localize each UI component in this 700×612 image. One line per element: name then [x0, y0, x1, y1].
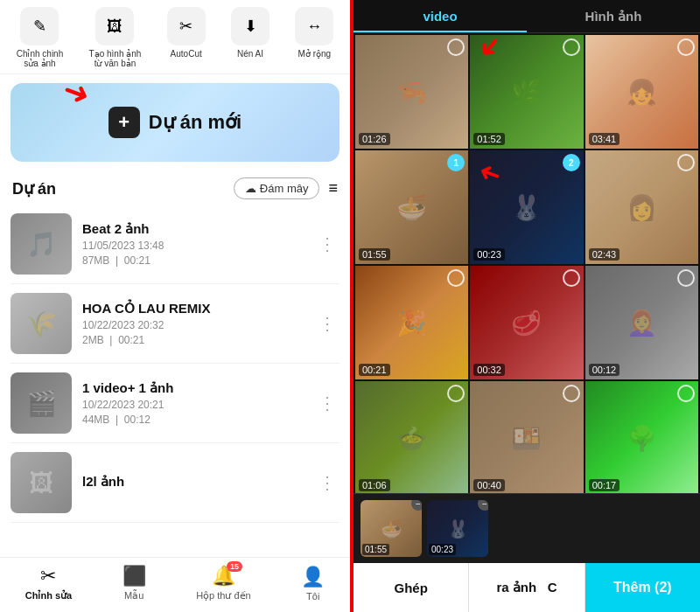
video-grid: 🦐 01:26 🌿 01:52 ➜ 👧 03:41 🍜 01:55 1 🐰 00…	[354, 33, 700, 493]
project-meta: 2MB | 00:21	[82, 334, 304, 346]
tab-video[interactable]: video	[354, 0, 527, 32]
tool-ai-compress-label: Nén AI	[237, 49, 263, 59]
project-date: 11/05/2023 13:48	[82, 240, 304, 252]
project-info: HOA CỎ LAU REMIX 10/22/2023 20:32 2MB | …	[82, 301, 304, 346]
tab-image[interactable]: Hình ảnh	[527, 0, 700, 32]
project-info: l2l ảnh	[82, 474, 304, 492]
tool-ai-compress[interactable]: ⬇ Nén AI	[231, 7, 270, 68]
tool-expand[interactable]: ↔ Mở rộng	[295, 7, 333, 68]
video-select-3[interactable]	[677, 38, 695, 56]
video-select-5[interactable]: 2	[563, 154, 580, 171]
tool-edit[interactable]: ✎ Chỉnh chinhsửa ảnh	[17, 7, 64, 68]
video-cell-12[interactable]: 🌳 00:17	[585, 381, 698, 493]
tool-text-to-image-label: Tạo hình ảnhtừ văn bản	[89, 49, 142, 68]
arrow-indicator: ➜	[58, 71, 95, 115]
tab-bar: video Hình ảnh	[354, 0, 700, 33]
video-select-8[interactable]	[563, 269, 580, 287]
project-item[interactable]: 🎵 Beat 2 ảnh 11/05/2023 13:48 87MB | 00:…	[10, 205, 340, 284]
selected-strip: 🍜 01:55 − 🐰 00:23 −	[354, 493, 700, 563]
video-cell-2[interactable]: 🌿 01:52 ➜	[470, 35, 583, 149]
projects-header: Dự án ☁ Đám mây ≡	[0, 170, 350, 205]
video-duration-4: 01:55	[359, 248, 390, 261]
project-thumb: 🌾	[10, 293, 72, 354]
video-duration-6: 02:43	[589, 248, 620, 261]
text-to-image-icon: 🖼	[95, 7, 134, 45]
video-cell-5[interactable]: 🐰 00:23 2 ➜	[470, 150, 583, 264]
project-thumb: 🎬	[10, 372, 72, 434]
video-cell-6[interactable]: 👩 02:43	[585, 150, 698, 264]
nav-item-template[interactable]: ⬛ Mẫu	[122, 565, 146, 602]
video-select-11[interactable]	[563, 385, 580, 402]
cloud-label: Đám mây	[260, 182, 309, 195]
project-info: 1 video+ 1 ảnh 10/22/2023 20:21 44MB | 0…	[82, 380, 304, 426]
selected-duration-1: 01:55	[362, 544, 389, 555]
video-cell-4[interactable]: 🍜 01:55 1	[355, 150, 468, 264]
nav-item-edit[interactable]: ✂ Chỉnh sửa	[25, 565, 72, 602]
photo-button[interactable]: ra ảnh C	[469, 563, 584, 612]
video-select-6[interactable]	[677, 154, 695, 171]
project-name: Beat 2 ảnh	[82, 221, 304, 237]
project-item[interactable]: 🌾 HOA CỎ LAU REMIX 10/22/2023 20:32 2MB …	[10, 284, 340, 364]
nav-template-label: Mẫu	[124, 590, 144, 602]
video-select-2[interactable]	[563, 38, 580, 56]
project-list: 🎵 Beat 2 ảnh 11/05/2023 13:48 87MB | 00:…	[0, 205, 350, 557]
left-panel: ✎ Chỉnh chinhsửa ảnh 🖼 Tạo hình ảnhtừ vă…	[0, 0, 350, 612]
sort-icon[interactable]: ≡	[328, 179, 338, 198]
project-item[interactable]: 🎬 1 video+ 1 ảnh 10/22/2023 20:21 44MB |…	[10, 364, 340, 443]
video-duration-12: 00:17	[589, 479, 620, 491]
new-project-content: + Dự án mới	[108, 107, 242, 138]
tool-autocut[interactable]: ✂ AutoCut	[167, 7, 206, 68]
selected-thumb-1[interactable]: 🍜 01:55 −	[360, 500, 422, 557]
project-name: HOA CỎ LAU REMIX	[82, 301, 304, 316]
new-project-banner[interactable]: ➜ + Dự án mới	[10, 83, 340, 162]
add-button[interactable]: Thêm (2)	[585, 563, 700, 612]
merge-button[interactable]: Ghép	[354, 563, 469, 612]
video-cell-9[interactable]: 👩‍🦰 00:12	[585, 266, 698, 379]
project-thumb: 🎵	[10, 213, 72, 275]
right-panel: video Hình ảnh 🦐 01:26 🌿 01:52 ➜ 👧 03:41…	[354, 0, 700, 612]
project-date: 10/22/2023 20:32	[82, 319, 304, 331]
video-duration-8: 00:32	[473, 364, 505, 376]
video-cell-8[interactable]: 🥩 00:32	[470, 266, 583, 379]
nav-inbox-label: Hộp thư đến	[196, 590, 251, 602]
new-project-plus-icon: +	[108, 107, 140, 138]
video-cell-7[interactable]: 🎉 00:21	[355, 266, 468, 379]
video-duration-7: 00:21	[359, 364, 390, 376]
nav-profile-label: Tôi	[306, 591, 319, 602]
video-select-12[interactable]	[677, 385, 695, 402]
notification-wrapper: 🔔 15	[212, 565, 235, 588]
video-duration-11: 00:40	[473, 479, 505, 491]
project-more-icon[interactable]: ⋮	[315, 309, 340, 337]
tool-text-to-image[interactable]: 🖼 Tạo hình ảnhtừ văn bản	[89, 7, 142, 68]
nav-edit-label: Chỉnh sửa	[25, 590, 72, 602]
video-duration-5: 00:23	[473, 248, 505, 261]
video-duration-3: 03:41	[589, 133, 620, 145]
top-tools: ✎ Chỉnh chinhsửa ảnh 🖼 Tạo hình ảnhtừ vă…	[0, 0, 350, 74]
projects-title: Dự án	[12, 179, 56, 198]
video-duration-1: 01:26	[359, 133, 390, 145]
autocut-icon: ✂	[167, 7, 206, 45]
cloud-button[interactable]: ☁ Đám mây	[234, 177, 320, 199]
nav-item-profile[interactable]: 👤 Tôi	[301, 566, 325, 602]
nav-item-inbox[interactable]: 🔔 15 Hộp thư đến	[196, 565, 251, 602]
video-duration-9: 00:12	[589, 364, 620, 376]
profile-icon: 👤	[301, 566, 325, 588]
project-more-icon[interactable]: ⋮	[315, 230, 340, 258]
selected-duration-2: 00:23	[429, 544, 456, 555]
selected-thumb-2[interactable]: 🐰 00:23 −	[427, 500, 488, 557]
video-cell-1[interactable]: 🦐 01:26	[355, 35, 468, 149]
video-cell-3[interactable]: 👧 03:41	[585, 35, 698, 149]
edit-icon: ✎	[20, 7, 59, 45]
action-bar: Ghép ra ảnh C Thêm (2)	[354, 563, 700, 612]
tool-autocut-label: AutoCut	[171, 49, 202, 59]
project-info: Beat 2 ảnh 11/05/2023 13:48 87MB | 00:21	[82, 221, 304, 267]
project-date: 10/22/2023 20:21	[82, 399, 304, 411]
project-more-icon[interactable]: ⋮	[315, 389, 340, 417]
project-meta: 44MB | 00:12	[82, 414, 304, 426]
project-item[interactable]: 🖼 l2l ảnh ⋮	[10, 443, 340, 523]
video-select-9[interactable]	[677, 269, 695, 287]
scissors-icon: ✂	[40, 565, 56, 588]
project-more-icon[interactable]: ⋮	[315, 469, 340, 497]
video-cell-10[interactable]: 🍲 01:06	[355, 381, 468, 493]
video-cell-11[interactable]: 🍱 00:40	[470, 381, 583, 493]
